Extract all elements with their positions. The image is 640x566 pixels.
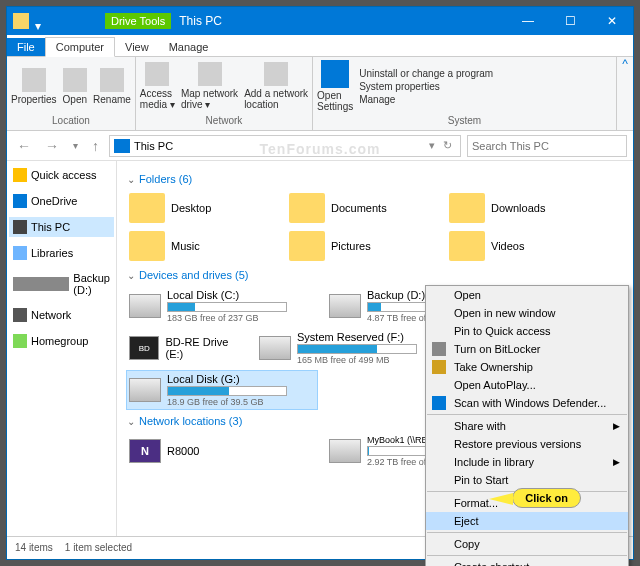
ribbon: Properties Open Rename Location Access m… [7,57,633,131]
forward-button[interactable]: → [41,138,63,154]
pc-icon [13,220,27,234]
manage-tab[interactable]: Manage [159,38,219,56]
nav-pane: Quick access OneDrive This PC Libraries … [7,161,117,536]
qat-dropdown-icon[interactable]: ▾ [35,19,45,24]
group-label: System [317,113,612,128]
item-count: 14 items [15,542,53,553]
hdd-icon [329,294,361,318]
chevron-right-icon: ▶ [613,457,620,467]
capacity-bar [297,344,417,354]
sidebar-item-this-pc[interactable]: This PC [9,217,114,237]
access-media-button[interactable]: Access media ▾ [140,59,175,113]
ctx-copy[interactable]: Copy [426,535,628,553]
titlebar: ▾ Drive Tools This PC — ☐ ✕ [7,7,633,35]
properties-icon [22,68,46,92]
onedrive-icon [13,194,27,208]
add-loc-icon [264,62,288,86]
context-menu: Open Open in new window Pin to Quick acc… [425,285,629,566]
view-tab[interactable]: View [115,38,159,56]
ctx-include-library[interactable]: Include in library▶ [426,453,628,471]
sidebar-item-backup[interactable]: Backup (D:) [9,269,114,299]
minimize-button[interactable]: — [507,7,549,35]
net-r8000[interactable]: NR8000 [127,433,317,469]
selection-count: 1 item selected [65,542,132,553]
folders-header[interactable]: ⌄Folders (6) [127,167,623,191]
ctx-share-with[interactable]: Share with▶ [426,417,628,435]
ctx-restore-versions[interactable]: Restore previous versions [426,435,628,453]
sidebar-item-quick-access[interactable]: Quick access [9,165,114,185]
sidebar-item-network[interactable]: Network [9,305,114,325]
rename-button[interactable]: Rename [93,59,131,113]
ctx-create-shortcut[interactable]: Create shortcut [426,558,628,566]
network-icon [13,308,27,322]
separator [427,414,627,415]
ctx-autoplay[interactable]: Open AutoPlay... [426,376,628,394]
folder-icon [13,13,29,29]
manage-button[interactable]: Manage [359,94,493,105]
open-icon [63,68,87,92]
sidebar-item-homegroup[interactable]: Homegroup [9,331,114,351]
chevron-right-icon: ▶ [613,421,620,431]
uninstall-button[interactable]: Uninstall or change a program [359,68,493,79]
ctx-bitlocker[interactable]: Turn on BitLocker [426,340,628,358]
hdd-icon [259,336,291,360]
folder-pictures[interactable]: Pictures [287,229,437,263]
ctx-open-new-window[interactable]: Open in new window [426,304,628,322]
map-drive-icon [198,62,222,86]
back-button[interactable]: ← [13,138,35,154]
drive-f[interactable]: System Reserved (F:)165 MB free of 499 M… [257,329,447,367]
netdrive-icon [329,439,361,463]
ctx-take-ownership[interactable]: Take Ownership [426,358,628,376]
capacity-bar [167,386,287,396]
window-title: This PC [179,14,222,28]
open-settings-button[interactable]: Open Settings [317,59,353,113]
map-drive-button[interactable]: Map network drive ▾ [181,59,238,113]
add-location-button[interactable]: Add a network location [244,59,308,113]
refresh-button[interactable]: ↻ [439,139,456,152]
file-tab[interactable]: File [7,38,45,56]
bd-icon: BD [129,336,159,360]
close-button[interactable]: ✕ [591,7,633,35]
address-field[interactable]: This PC ▾ ↻ [109,135,461,157]
group-label: Network [140,113,308,128]
sidebar-item-libraries[interactable]: Libraries [9,243,114,263]
computer-tab[interactable]: Computer [45,37,115,57]
folder-documents[interactable]: Documents [287,191,437,225]
settings-icon [321,60,349,88]
ctx-defender[interactable]: Scan with Windows Defender... [426,394,628,412]
drive-c[interactable]: Local Disk (C:)183 GB free of 237 GB [127,287,317,325]
drives-header[interactable]: ⌄Devices and drives (5) [127,263,623,287]
open-button[interactable]: Open [63,59,87,113]
drive-g[interactable]: Local Disk (G:)18.9 GB free of 39.5 GB [127,371,317,409]
separator [427,555,627,556]
explorer-window: ▾ Drive Tools This PC — ☐ ✕ File Compute… [6,6,634,560]
chevron-down-icon[interactable]: ▾ [429,139,435,152]
up-button[interactable]: ↑ [88,138,103,154]
folder-icon [289,193,325,223]
defender-icon [432,396,446,410]
folder-music[interactable]: Music [127,229,277,263]
ctx-eject[interactable]: Eject [426,512,628,530]
hdd-icon [129,378,161,402]
drive-e[interactable]: BDBD-RE Drive (E:) [127,329,247,367]
recent-dropdown-icon[interactable]: ▾ [69,140,82,151]
ctx-pin-start[interactable]: Pin to Start [426,471,628,489]
system-properties-button[interactable]: System properties [359,81,493,92]
search-input[interactable] [467,135,627,157]
sidebar-item-onedrive[interactable]: OneDrive [9,191,114,211]
drive-icon [13,277,69,291]
address-text: This PC [134,140,173,152]
media-icon [145,62,169,86]
folder-videos[interactable]: Videos [447,229,597,263]
ctx-open[interactable]: Open [426,286,628,304]
shield-icon [432,360,446,374]
hdd-icon [129,294,161,318]
folder-downloads[interactable]: Downloads [447,191,597,225]
properties-button[interactable]: Properties [11,59,57,113]
ctx-pin-quick[interactable]: Pin to Quick access [426,322,628,340]
maximize-button[interactable]: ☐ [549,7,591,35]
context-tab[interactable]: Drive Tools [105,13,171,29]
folder-desktop[interactable]: Desktop [127,191,277,225]
libraries-icon [13,246,27,260]
collapse-ribbon-icon[interactable]: ^ [617,57,633,130]
